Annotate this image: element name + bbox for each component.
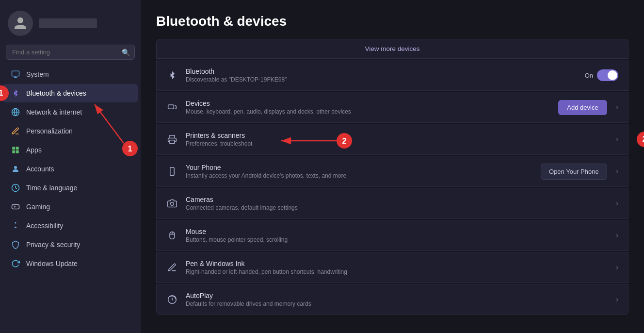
autoplay-icon <box>166 294 178 305</box>
open-phone-button[interactable]: Open Your Phone <box>541 164 607 180</box>
cameras-text: Cameras Connected cameras, default image… <box>186 196 604 211</box>
devices-setting-row[interactable]: Devices Mouse, keyboard, pen, audio, dis… <box>156 92 628 123</box>
autoplay-chevron: › <box>616 295 618 304</box>
annotation-2: 2 <box>637 132 644 147</box>
phone-subtitle: Instantly access your Android device's p… <box>186 172 533 179</box>
pen-icon <box>166 262 178 273</box>
sidebar-item-system[interactable]: System <box>3 65 138 83</box>
bluetooth-toggle-wrap: On <box>585 69 618 81</box>
pen-subtitle: Right-handed or left-handed, pen button … <box>186 268 604 275</box>
pen-setting-row[interactable]: Pen & Windows Ink Right-handed or left-h… <box>156 252 628 283</box>
autoplay-setting-row[interactable]: AutoPlay Defaults for removable drives a… <box>156 284 628 315</box>
autoplay-subtitle: Defaults for removable drives and memory… <box>186 300 604 307</box>
phone-icon <box>166 166 178 177</box>
page-title: Bluetooth & devices <box>156 14 628 29</box>
sidebar-item-label: Privacy & security <box>26 241 80 249</box>
devices-title: Devices <box>186 100 550 107</box>
bluetooth-nav-icon <box>11 88 20 98</box>
cameras-action: › <box>612 199 618 208</box>
svg-rect-0 <box>12 71 19 76</box>
printers-chevron: › <box>616 135 618 144</box>
mouse-subtitle: Buttons, mouse pointer speed, scrolling <box>186 236 604 243</box>
mouse-title: Mouse <box>186 228 604 235</box>
sidebar-item-label: Network & internet <box>26 108 82 116</box>
bluetooth-text: Bluetooth Discoverable as "DESKTOP-19FKE… <box>186 67 577 83</box>
svg-rect-11 <box>170 140 175 144</box>
search-box[interactable]: 🔍 <box>6 45 135 60</box>
view-more-bar[interactable]: View more devices <box>156 39 628 59</box>
personalization-icon <box>11 126 20 136</box>
sidebar-item-gaming[interactable]: Gaming <box>3 198 138 216</box>
devices-action: Add device › <box>558 100 618 115</box>
svg-rect-2 <box>12 147 15 150</box>
settings-list: Bluetooth Discoverable as "DESKTOP-19FKE… <box>156 60 628 315</box>
update-icon <box>11 259 20 268</box>
username-placeholder <box>39 18 97 28</box>
bluetooth-title: Bluetooth <box>186 67 577 75</box>
avatar[interactable] <box>8 11 33 36</box>
svg-rect-5 <box>16 150 19 153</box>
bluetooth-toggle[interactable] <box>597 69 618 81</box>
user-profile[interactable] <box>0 6 141 45</box>
annotation-1: 1 <box>0 85 9 101</box>
printers-subtitle: Preferences, troubleshoot <box>186 140 604 147</box>
mouse-action: › <box>612 231 618 240</box>
phone-text: Your Phone Instantly access your Android… <box>186 164 533 179</box>
pen-action: › <box>612 263 618 272</box>
sidebar-item-accounts[interactable]: Accounts <box>3 160 138 178</box>
printers-action: › <box>612 135 618 144</box>
accounts-icon <box>11 164 20 174</box>
system-icon <box>11 69 20 79</box>
sidebar-item-label: Personalization <box>26 127 73 135</box>
svg-rect-12 <box>170 167 174 176</box>
network-icon <box>11 107 20 117</box>
search-input[interactable] <box>6 45 135 60</box>
phone-title: Your Phone <box>186 164 533 171</box>
svg-point-14 <box>171 202 174 206</box>
mouse-icon <box>166 230 178 241</box>
phone-setting-row[interactable]: Your Phone Instantly access your Android… <box>156 156 628 187</box>
sidebar-item-label: Bluetooth & devices <box>26 89 86 97</box>
sidebar-item-label: Accessibility <box>26 222 63 230</box>
bluetooth-icon <box>166 69 178 81</box>
devices-chevron: › <box>616 103 618 112</box>
gaming-icon <box>11 202 20 212</box>
bluetooth-setting-row[interactable]: Bluetooth Discoverable as "DESKTOP-19FKE… <box>156 60 628 91</box>
sidebar-item-time[interactable]: Time & language <box>3 179 138 197</box>
sidebar-item-update[interactable]: Windows Update <box>3 254 138 273</box>
bluetooth-toggle-label: On <box>585 72 593 79</box>
sidebar-item-privacy[interactable]: Privacy & security <box>3 235 138 254</box>
sidebar-item-accessibility[interactable]: Accessibility <box>3 216 138 235</box>
cameras-setting-row[interactable]: Cameras Connected cameras, default image… <box>156 188 628 219</box>
cameras-subtitle: Connected cameras, default image setting… <box>186 204 604 211</box>
cameras-chevron: › <box>616 199 618 208</box>
camera-icon <box>166 198 178 209</box>
pen-title: Pen & Windows Ink <box>186 260 604 267</box>
accessibility-icon <box>11 221 20 231</box>
add-device-button[interactable]: Add device <box>558 100 607 115</box>
sidebar-item-bluetooth[interactable]: Bluetooth & devices 1 <box>3 84 138 102</box>
bluetooth-subtitle: Discoverable as "DESKTOP-19FKE68" <box>186 76 577 83</box>
pen-chevron: › <box>616 263 618 272</box>
privacy-icon <box>11 240 20 250</box>
printers-title: Printers & scanners <box>186 132 604 139</box>
sidebar-item-label: Apps <box>26 146 42 154</box>
autoplay-title: AutoPlay <box>186 292 604 300</box>
printers-setting-row[interactable]: 2 Printers & scanners Preferences, troub… <box>156 124 628 155</box>
mouse-chevron: › <box>616 231 618 240</box>
printer-icon <box>166 133 178 145</box>
svg-rect-4 <box>12 150 15 153</box>
sidebar-item-network[interactable]: Network & internet <box>3 103 138 121</box>
printers-text: Printers & scanners Preferences, trouble… <box>186 132 604 147</box>
sidebar-item-personalization[interactable]: Personalization <box>3 122 138 140</box>
mouse-text: Mouse Buttons, mouse pointer speed, scro… <box>186 228 604 243</box>
sidebar-item-label: Time & language <box>26 184 77 192</box>
sidebar-item-apps[interactable]: Apps <box>3 141 138 159</box>
devices-text: Devices Mouse, keyboard, pen, audio, dis… <box>186 100 550 115</box>
devices-subtitle: Mouse, keyboard, pen, audio, displays an… <box>186 108 550 115</box>
bluetooth-action: On <box>585 69 618 81</box>
autoplay-text: AutoPlay Defaults for removable drives a… <box>186 292 604 307</box>
pen-text: Pen & Windows Ink Right-handed or left-h… <box>186 260 604 275</box>
cameras-title: Cameras <box>186 196 604 203</box>
mouse-setting-row[interactable]: Mouse Buttons, mouse pointer speed, scro… <box>156 220 628 251</box>
